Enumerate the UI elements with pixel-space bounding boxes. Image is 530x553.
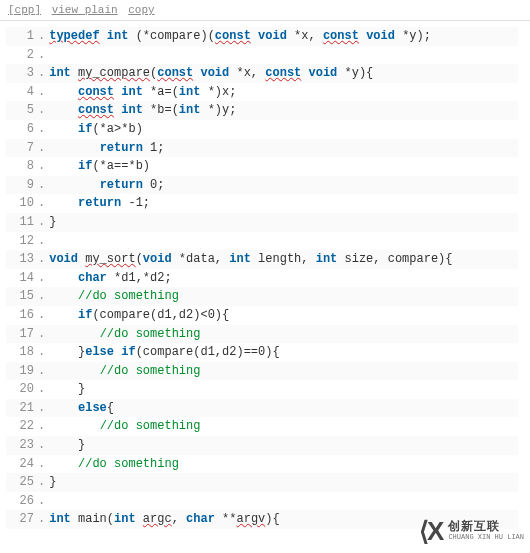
line-content: //do something [49,325,200,344]
line-dot: . [38,306,49,325]
line-number: 7 [6,139,38,158]
code-token: //do something [100,364,201,378]
code-token: int [49,512,71,526]
line-dot: . [38,232,49,251]
code-token [136,512,143,526]
code-token [49,141,99,155]
code-token [49,178,99,192]
line-dot: . [38,399,49,418]
lang-label[interactable]: [cpp] [8,4,41,16]
code-token [49,85,78,99]
code-list: 1.typedef int (*compare)(const void *x, … [6,27,518,529]
code-token: *x, [229,66,265,80]
code-line: 3.int my_compare(const void *x, const vo… [6,64,518,83]
line-dot: . [38,176,49,195]
line-number: 2 [6,46,38,65]
code-toolbar: [cpp] view plain copy [0,0,530,21]
line-content: int main(int argc, char **argv){ [49,510,280,529]
code-token: int [121,85,143,99]
code-line: 24. //do something [6,455,518,474]
code-token: const [78,103,114,117]
code-line: 11.} [6,213,518,232]
code-line: 26. [6,492,518,511]
code-token [301,66,308,80]
line-dot: . [38,194,49,213]
line-number: 19 [6,362,38,381]
line-dot: . [38,101,49,120]
line-number: 26 [6,492,38,511]
code-line: 10. return -1; [6,194,518,213]
code-block: 1.typedef int (*compare)(const void *x, … [0,21,530,535]
code-token: *y){ [337,66,373,80]
code-token: (*a==*b) [92,159,150,173]
code-token: (compare(d1,d2)<0){ [92,308,229,322]
code-token: const [265,66,301,80]
code-token [49,159,78,173]
line-dot: . [38,83,49,102]
line-dot: . [38,287,49,306]
line-dot: . [38,455,49,474]
line-content: } [49,436,85,455]
code-token: //do something [100,419,201,433]
code-token: (*a>*b) [92,122,142,136]
code-line: 16. if(compare(d1,d2)<0){ [6,306,518,325]
code-token [49,401,78,415]
line-dot: . [38,120,49,139]
line-number: 24 [6,455,38,474]
code-token [49,327,99,341]
code-token: } [49,475,56,489]
code-line: 20. } [6,380,518,399]
code-token [49,457,78,471]
line-number: 22 [6,417,38,436]
code-line: 6. if(*a>*b) [6,120,518,139]
code-token [49,308,78,322]
line-content: const int *b=(int *)y; [49,101,236,120]
code-token: int [179,103,201,117]
line-number: 21 [6,399,38,418]
code-line: 19. //do something [6,362,518,381]
code-token: ** [215,512,237,526]
code-line: 4. const int *a=(int *)x; [6,83,518,102]
line-dot: . [38,64,49,83]
code-token: main( [71,512,114,526]
line-content: if(*a==*b) [49,157,150,176]
line-content: if(compare(d1,d2)<0){ [49,306,229,325]
line-dot: . [38,27,49,46]
code-token [49,364,99,378]
code-token: } [49,345,85,359]
line-dot: . [38,213,49,232]
line-number: 11 [6,213,38,232]
code-line: 8. if(*a==*b) [6,157,518,176]
code-token: *d1,*d2; [107,271,172,285]
code-line: 2. [6,46,518,65]
code-token: int [121,103,143,117]
code-line: 5. const int *b=(int *)y; [6,101,518,120]
line-dot: . [38,380,49,399]
code-token: int [316,252,338,266]
code-token [71,66,78,80]
code-token: 1; [143,141,165,155]
code-token: , [172,512,186,526]
copy-link[interactable]: copy [128,4,154,16]
view-plain-link[interactable]: view plain [52,4,118,16]
code-token: if [78,122,92,136]
line-number: 1 [6,27,38,46]
code-token: argc [143,512,172,526]
code-line: 18. }else if(compare(d1,d2)==0){ [6,343,518,362]
line-dot: . [38,343,49,362]
code-token [49,122,78,136]
line-number: 5 [6,101,38,120]
code-token: (compare(d1,d2)==0){ [136,345,280,359]
code-token: void [143,252,172,266]
code-token: const [215,29,251,43]
code-token: void [366,29,395,43]
line-dot: . [38,436,49,455]
code-token: ){ [265,512,279,526]
code-token [49,289,78,303]
code-token: return [100,178,143,192]
line-content: //do something [49,417,200,436]
code-line: 1.typedef int (*compare)(const void *x, … [6,27,518,46]
code-line: 22. //do something [6,417,518,436]
code-token: argv [236,512,265,526]
code-token: int [229,252,251,266]
